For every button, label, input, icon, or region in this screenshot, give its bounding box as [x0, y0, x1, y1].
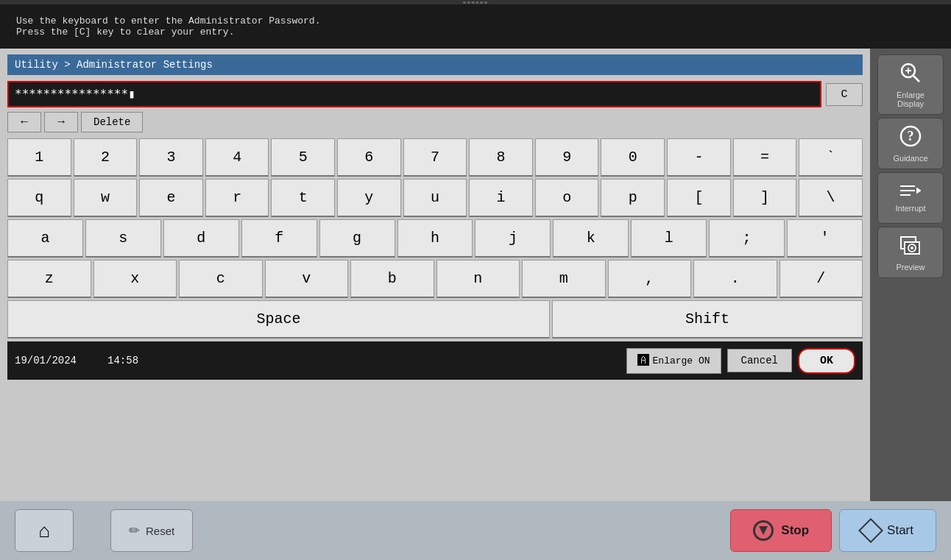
keyboard-keys: 1 2 3 4 5 6 7 8 9 0 - = ` q w e r t	[7, 138, 863, 339]
key-o[interactable]: o	[535, 179, 599, 217]
key-z[interactable]: z	[7, 260, 91, 298]
key-row-zxcv: z x c v b n m , . /	[7, 260, 863, 298]
key-comma[interactable]: ,	[608, 260, 692, 298]
enlarge-icon: 🅰	[637, 354, 649, 368]
key-semicolon[interactable]: ;	[709, 219, 785, 258]
key-2[interactable]: 2	[74, 138, 138, 177]
key-x[interactable]: x	[93, 260, 177, 298]
main-area: Utility > Administrator Settings *******…	[0, 49, 951, 501]
key-k[interactable]: k	[553, 219, 629, 258]
password-value: ****************	[15, 87, 128, 101]
key-6[interactable]: 6	[337, 138, 401, 177]
key-p[interactable]: p	[601, 179, 665, 217]
stop-icon	[753, 520, 774, 541]
key-backslash[interactable]: \	[799, 179, 863, 217]
cancel-button[interactable]: Cancel	[727, 349, 792, 372]
key-8[interactable]: 8	[469, 138, 533, 177]
stop-triangle	[759, 526, 768, 535]
stop-button[interactable]: Stop	[730, 509, 832, 552]
key-lbracket[interactable]: [	[667, 179, 731, 217]
key-minus[interactable]: -	[667, 138, 731, 177]
svg-point-12	[911, 247, 913, 249]
shift-key[interactable]: Shift	[552, 300, 863, 339]
start-button[interactable]: Start	[839, 509, 936, 552]
svg-text:?: ?	[908, 129, 914, 143]
time: 14:58	[107, 355, 138, 366]
reset-icon: ✏	[129, 522, 140, 539]
key-q[interactable]: q	[7, 179, 71, 217]
cursor-left-button[interactable]: ←	[7, 112, 41, 132]
key-apostrophe[interactable]: '	[787, 219, 863, 258]
reset-label: Reset	[146, 525, 174, 537]
bottom-bar: 19/01/2024 14:58 🅰 Enlarge ON Cancel OK	[7, 341, 863, 380]
password-field[interactable]: ****************▮	[7, 81, 821, 107]
key-row-asdf: a s d f g h j k l ; '	[7, 219, 863, 258]
key-r[interactable]: r	[205, 179, 269, 217]
guidance-icon: ?	[899, 124, 922, 151]
home-icon: ⌂	[38, 520, 50, 542]
key-s[interactable]: s	[85, 219, 161, 258]
key-f[interactable]: f	[241, 219, 317, 258]
interrupt-label: Interrupt	[896, 204, 926, 213]
key-w[interactable]: w	[74, 179, 138, 217]
stop-label: Stop	[781, 523, 809, 538]
key-7[interactable]: 7	[403, 138, 467, 177]
guidance-label: Guidance	[893, 154, 927, 163]
key-n[interactable]: n	[436, 260, 520, 298]
key-1[interactable]: 1	[7, 138, 71, 177]
key-rbracket[interactable]: ]	[733, 179, 797, 217]
instruction-line2: Press the [C] key to clear your entry.	[16, 26, 942, 38]
key-backtick[interactable]: `	[799, 138, 863, 177]
key-equals[interactable]: =	[733, 138, 797, 177]
key-u[interactable]: u	[403, 179, 467, 217]
key-row-qwerty: q w e r t y u i o p [ ] \	[7, 179, 863, 217]
guidance-button[interactable]: ? Guidance	[877, 118, 944, 169]
enlarge-display-button[interactable]: EnlargeDisplay	[877, 54, 944, 115]
key-y[interactable]: y	[337, 179, 401, 217]
interrupt-icon	[899, 183, 922, 201]
key-h[interactable]: h	[397, 219, 473, 258]
instruction-bar: Use the keyboard to enter the Administra…	[0, 4, 951, 49]
key-d[interactable]: d	[163, 219, 239, 258]
key-v[interactable]: v	[265, 260, 349, 298]
key-m[interactable]: m	[522, 260, 606, 298]
home-button[interactable]: ⌂	[15, 509, 74, 552]
instruction-line1: Use the keyboard to enter the Administra…	[16, 15, 942, 26]
key-4[interactable]: 4	[205, 138, 269, 177]
footer: ⌂ ✏ Reset Stop Start	[0, 501, 951, 560]
key-9[interactable]: 9	[535, 138, 599, 177]
key-row-space: Space Shift	[7, 300, 863, 339]
key-j[interactable]: j	[475, 219, 551, 258]
cursor-right-button[interactable]: →	[44, 112, 78, 132]
key-5[interactable]: 5	[271, 138, 335, 177]
key-b[interactable]: b	[350, 260, 434, 298]
key-a[interactable]: a	[7, 219, 83, 258]
preview-button[interactable]: Preview	[877, 227, 944, 278]
key-t[interactable]: t	[271, 179, 335, 217]
start-label: Start	[887, 523, 913, 538]
key-i[interactable]: i	[469, 179, 533, 217]
space-key[interactable]: Space	[7, 300, 550, 339]
ok-button[interactable]: OK	[798, 348, 855, 374]
key-e[interactable]: e	[139, 179, 203, 217]
key-g[interactable]: g	[319, 219, 395, 258]
instruction-text: Use the keyboard to enter the Administra…	[16, 15, 942, 38]
nav-row: ← → Delete	[7, 112, 863, 132]
enlarge-on-button[interactable]: 🅰 Enlarge ON	[626, 348, 721, 374]
key-0[interactable]: 0	[601, 138, 665, 177]
preview-icon	[899, 233, 922, 260]
key-period[interactable]: .	[693, 260, 777, 298]
key-c[interactable]: c	[179, 260, 263, 298]
delete-button[interactable]: Delete	[81, 112, 143, 132]
enlarge-display-label: EnlargeDisplay	[897, 91, 925, 108]
key-l[interactable]: l	[631, 219, 707, 258]
clear-button[interactable]: C	[826, 83, 863, 106]
breadcrumb: Utility > Administrator Settings	[7, 54, 863, 75]
key-row-numbers: 1 2 3 4 5 6 7 8 9 0 - = `	[7, 138, 863, 177]
date: 19/01/2024	[15, 355, 77, 366]
keyboard-panel: Utility > Administrator Settings *******…	[0, 49, 870, 501]
interrupt-button[interactable]: Interrupt	[877, 172, 944, 224]
key-3[interactable]: 3	[139, 138, 203, 177]
key-slash[interactable]: /	[779, 260, 863, 298]
reset-button[interactable]: ✏ Reset	[110, 509, 193, 552]
